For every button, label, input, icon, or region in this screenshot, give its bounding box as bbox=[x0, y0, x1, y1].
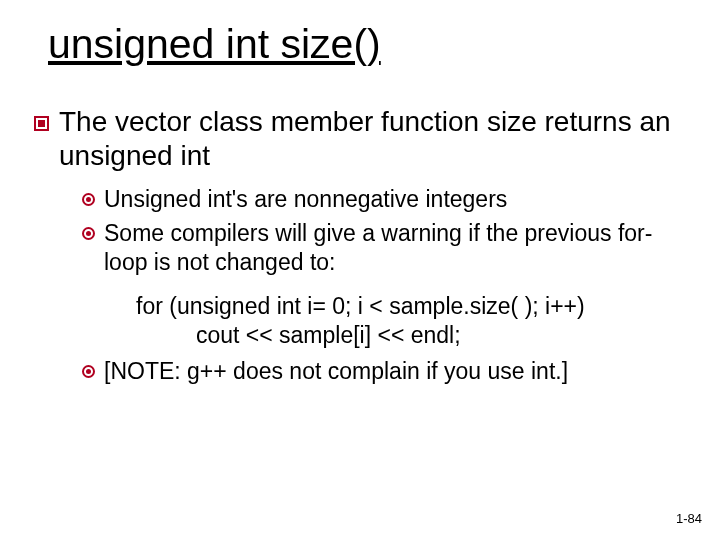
square-bullet-icon bbox=[34, 116, 49, 131]
slide-title: unsigned int size() bbox=[48, 22, 692, 67]
sub-list: Unsigned int's are nonnegative integers … bbox=[82, 185, 692, 386]
bullet-level2: [NOTE: g++ does not complain if you use … bbox=[82, 357, 692, 386]
circle-bullet-icon bbox=[82, 365, 95, 378]
code-block: for (unsigned int i= 0; i < sample.size(… bbox=[82, 292, 692, 351]
bullet-text: [NOTE: g++ does not complain if you use … bbox=[104, 357, 568, 386]
bullet-level2: Unsigned int's are nonnegative integers bbox=[82, 185, 692, 214]
circle-bullet-icon bbox=[82, 193, 95, 206]
page-number: 1-84 bbox=[676, 511, 702, 526]
code-line: for (unsigned int i= 0; i < sample.size(… bbox=[136, 293, 585, 319]
bullet-text: Unsigned int's are nonnegative integers bbox=[104, 185, 507, 214]
circle-bullet-icon bbox=[82, 227, 95, 240]
bullet-text: Some compilers will give a warning if th… bbox=[104, 219, 692, 278]
bullet-level2: Some compilers will give a warning if th… bbox=[82, 219, 692, 278]
bullet-text: The vector class member function size re… bbox=[59, 105, 692, 173]
bullet-level1: The vector class member function size re… bbox=[34, 105, 692, 173]
slide: unsigned int size() The vector class mem… bbox=[0, 0, 720, 540]
code-line: cout << sample[i] << endl; bbox=[196, 322, 461, 348]
